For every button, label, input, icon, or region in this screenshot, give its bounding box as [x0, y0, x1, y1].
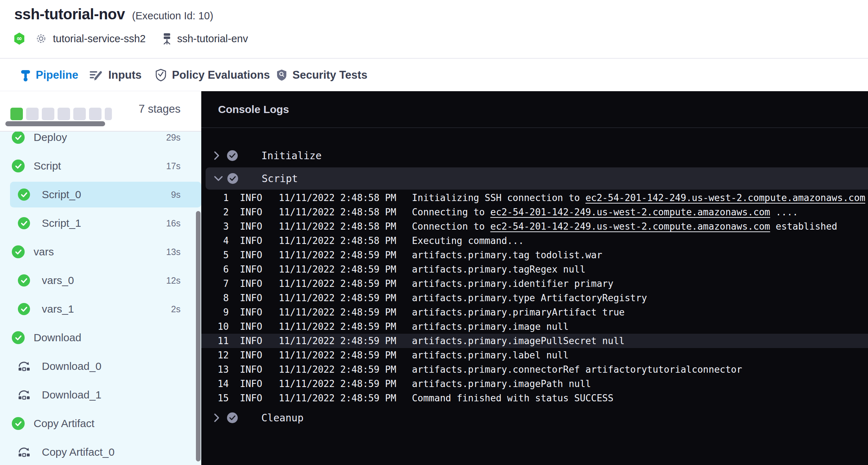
- log-line-number: 10: [201, 321, 229, 332]
- log-message-part: Command finished with status SUCCESS: [412, 393, 613, 403]
- log-message-part: artifacts.primary.type ArtifactoryRegist…: [412, 293, 647, 303]
- inputs-icon: [89, 69, 103, 81]
- chevron-right-icon[interactable]: [213, 413, 223, 422]
- log-line-number: 4: [201, 235, 229, 246]
- stage-label: Download_0: [42, 360, 102, 372]
- stage-row-vars-0[interactable]: vars_0 12s: [0, 266, 201, 295]
- log-level: INFO: [240, 250, 262, 260]
- log-line-number: 13: [201, 364, 229, 375]
- tab-bar: Pipeline Inputs Policy Evaluation: [0, 59, 868, 91]
- log-row: 1 INFO 11/11/2022 2:48:58 PM Initializin…: [201, 191, 868, 205]
- execution-id: (Execution Id: 10): [132, 10, 213, 22]
- environment-icon: [162, 33, 172, 45]
- log-row: 2 INFO 11/11/2022 2:48:58 PM Connecting …: [201, 205, 868, 219]
- log-message-part: artifacts.primary.image null: [412, 321, 568, 332]
- progress-square-pending: [26, 108, 39, 120]
- section-initialize[interactable]: Initialize: [201, 148, 868, 163]
- vertical-scrollbar-thumb[interactable]: [196, 211, 201, 461]
- log-message-part: artifacts.primary.imagePullSecret null: [412, 336, 625, 346]
- service-name[interactable]: tutorial-service-ssh2: [53, 33, 146, 45]
- log-timestamp: 11/11/2022 2:48:59 PM: [279, 350, 396, 361]
- log-timestamp: 11/11/2022 2:48:59 PM: [279, 278, 396, 289]
- stage-duration: 17s: [166, 161, 181, 171]
- log-message: artifacts.primary.imagePullSecret null: [412, 336, 625, 346]
- stage-label: vars: [34, 246, 54, 258]
- chevron-down-icon[interactable]: [214, 175, 224, 182]
- stage-row-script-1[interactable]: Script_1 16s: [0, 209, 201, 238]
- stage-row-script-0[interactable]: Script_0 9s: [0, 180, 201, 209]
- stages-count: 7 stages: [139, 103, 181, 116]
- success-check-icon: [12, 417, 25, 430]
- log-line-number: 6: [201, 264, 229, 275]
- log-timestamp: 11/11/2022 2:48:59 PM: [279, 378, 396, 389]
- environment-name[interactable]: ssh-tutorial-env: [177, 33, 248, 45]
- policy-shield-icon: [155, 69, 167, 82]
- log-message: Executing command...: [412, 235, 524, 246]
- log-level: INFO: [240, 393, 262, 403]
- log-host-link[interactable]: ec2-54-201-142-249.us-west-2.compute.ama…: [586, 192, 865, 203]
- stage-row-copy-artifact[interactable]: Copy Artifact: [0, 409, 201, 438]
- log-message: artifacts.primary.imagePath null: [412, 378, 591, 389]
- log-message-part: artifacts.primary.primaryArtifact true: [412, 307, 625, 318]
- log-timestamp: 11/11/2022 2:48:58 PM: [279, 192, 396, 203]
- stage-row-copy-artifact-0[interactable]: Copy Artifact_0: [0, 438, 201, 465]
- log-host-link[interactable]: ec2-54-201-142-249.us-west-2.compute.ama…: [490, 221, 770, 232]
- log-row: 8 INFO 11/11/2022 2:48:59 PM artifacts.p…: [201, 291, 868, 305]
- success-status-icon: [227, 173, 238, 184]
- console-log-list: 1 INFO 11/11/2022 2:48:58 PM Initializin…: [201, 191, 868, 405]
- stage-row-download-1[interactable]: Download_1: [0, 381, 201, 409]
- section-label: Initialize: [261, 150, 322, 162]
- success-check-icon: [12, 160, 25, 172]
- log-level: INFO: [240, 378, 262, 389]
- log-row: 5 INFO 11/11/2022 2:48:59 PM artifacts.p…: [201, 248, 868, 262]
- stage-row-vars-1[interactable]: vars_1 2s: [0, 295, 201, 323]
- log-message-part: established: [770, 221, 837, 232]
- chevron-right-icon[interactable]: [213, 151, 223, 160]
- log-host-link[interactable]: ec2-54-201-142-249.us-west-2.compute.ama…: [490, 207, 770, 217]
- log-line-number: 15: [201, 393, 229, 403]
- log-row: 9 INFO 11/11/2022 2:48:59 PM artifacts.p…: [201, 305, 868, 319]
- log-level: INFO: [240, 336, 262, 346]
- stage-row-deploy[interactable]: Deploy 29s: [0, 132, 201, 152]
- log-message: Connection to ec2-54-201-142-249.us-west…: [412, 221, 837, 232]
- tab-pipeline[interactable]: Pipeline: [21, 59, 78, 91]
- tab-policy-evaluations[interactable]: Policy Evaluations: [155, 59, 270, 91]
- tab-label: Security Tests: [292, 69, 368, 82]
- stage-label: Script_1: [42, 217, 81, 229]
- stage-list: Deploy 29s Script 17s Script_0 9s Script…: [0, 132, 201, 465]
- section-label: Script: [262, 173, 298, 185]
- stage-row-script[interactable]: Script 17s: [0, 152, 201, 180]
- log-line-number: 5: [201, 250, 229, 260]
- log-row: 14 INFO 11/11/2022 2:48:59 PM artifacts.…: [201, 377, 868, 391]
- success-status-icon: [227, 412, 238, 423]
- log-message: Initializing SSH connection to ec2-54-20…: [412, 192, 868, 203]
- stage-duration: 12s: [166, 275, 181, 286]
- log-message: artifacts.primary.label null: [412, 350, 568, 361]
- rollback-steps-icon: [18, 446, 30, 459]
- log-message: artifacts.primary.image null: [412, 321, 568, 332]
- section-label: Cleanup: [261, 412, 304, 424]
- pipeline-execution-page: ssh-tutorial-nov (Execution Id: 10) ∞ tu…: [0, 0, 868, 465]
- log-level: INFO: [240, 293, 262, 303]
- execution-header: ssh-tutorial-nov (Execution Id: 10) ∞ tu…: [0, 0, 868, 59]
- log-timestamp: 11/11/2022 2:48:59 PM: [279, 293, 396, 303]
- stage-row-download-0[interactable]: Download_0: [0, 352, 201, 381]
- log-line-number: 3: [201, 221, 229, 232]
- stage-label: vars_1: [42, 303, 74, 315]
- section-cleanup[interactable]: Cleanup: [201, 410, 868, 426]
- log-line-number: 11: [201, 336, 229, 346]
- stage-row-vars[interactable]: vars 13s: [0, 238, 201, 266]
- tab-security-tests[interactable]: Security Tests: [276, 59, 368, 91]
- tab-label: Pipeline: [36, 69, 78, 82]
- log-message: artifacts.primary.tag todolist.war: [412, 250, 602, 260]
- log-timestamp: 11/11/2022 2:48:59 PM: [279, 321, 396, 332]
- stage-row-download[interactable]: Download: [0, 323, 201, 352]
- log-row: 15 INFO 11/11/2022 2:48:59 PM Command fi…: [201, 391, 868, 405]
- stage-label: Script_0: [42, 189, 81, 201]
- log-message-part: artifacts.primary.identifier primary: [412, 278, 613, 289]
- log-line-number: 9: [201, 307, 229, 318]
- horizontal-scrollbar-thumb[interactable]: [5, 121, 105, 126]
- log-timestamp: 11/11/2022 2:48:59 PM: [279, 364, 396, 375]
- tab-inputs[interactable]: Inputs: [89, 59, 142, 91]
- section-script[interactable]: Script: [206, 167, 868, 190]
